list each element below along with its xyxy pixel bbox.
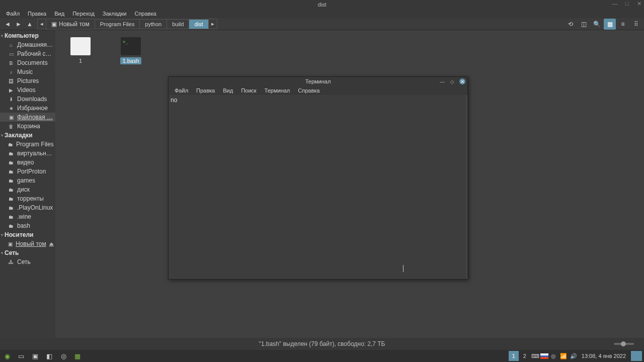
terminal-menu-terminal[interactable]: Терминал [261,87,294,94]
crumb-current[interactable]: dist [189,19,208,29]
file-label: 1 [77,57,84,64]
terminal-output: no [171,97,177,104]
crumb-prev[interactable]: ◂ [37,19,46,29]
show-desktop-button[interactable] [631,351,642,361]
taskbar-app-obs[interactable]: ◎ [56,350,70,362]
folder-icon: 🖿 [8,169,14,174]
sidebar-item-videos[interactable]: ▶Videos [0,85,55,95]
zoom-slider[interactable] [614,343,634,345]
maximize-button[interactable]: □ [624,1,630,7]
crumb-2[interactable]: python [139,19,167,29]
sidebar-item-video[interactable]: 🖿видео [0,158,55,167]
eject-icon[interactable]: ⏏ [49,241,54,246]
sidebar-section-media[interactable]: ▾Носители [0,230,55,239]
script-file-icon [121,37,141,55]
disk-icon: ▣ [8,115,14,120]
terminal-cursor [403,265,404,272]
terminal-menubar: Файл Правка Вид Поиск Терминал Справка [169,86,467,95]
crumb-3[interactable]: build [167,19,189,29]
videos-icon: ▶ [8,87,14,93]
taskbar-app-terminal[interactable]: ▣ [28,350,42,362]
taskbar-app-files[interactable]: ▭ [14,350,28,362]
compact-view-icon[interactable]: ⠿ [630,19,642,30]
terminal-titlebar[interactable]: Терминал — ◇ ✕ [169,77,467,86]
tray-keyboard-icon[interactable]: ⌨ [530,350,540,362]
taskbar-app-pycharm[interactable]: ▦ [70,350,85,362]
sidebar: ▾Компьютер ⌂Домашняя… ▭Рабочий с… 🗎Docum… [0,30,55,338]
terminal-minimize-button[interactable]: — [439,78,445,84]
tray-obs-icon[interactable]: ◎ [548,350,558,362]
restore-icon[interactable]: ⟲ [565,19,577,30]
workspace-1[interactable]: 1 [509,351,519,361]
pictures-icon: 🖼 [8,78,14,84]
grid-view-icon[interactable]: ▦ [604,19,616,30]
sidebar-item-playonlinux[interactable]: 🖿.PlayOnLinux [0,203,55,212]
menu-edit[interactable]: Правка [24,10,50,18]
nav-up-button[interactable]: ▲ [24,19,35,29]
file-item[interactable]: 1 [65,37,96,64]
file-label: 1.bash [120,57,141,64]
sidebar-item-music[interactable]: ♪Music [0,67,55,76]
tray-volume-icon[interactable]: 🔊 [569,350,579,362]
close-button[interactable]: ✕ [636,1,642,7]
sidebar-section-bookmarks[interactable]: ▾Закладки [0,131,55,140]
menu-go[interactable]: Переход [68,10,99,18]
terminal-close-button[interactable]: ✕ [459,78,465,84]
sidebar-item-wine[interactable]: 🖿.wine [0,212,55,221]
taskbar-app-3[interactable]: ◧ [42,350,56,362]
toggle-panel-icon[interactable]: ◫ [578,19,590,30]
list-view-icon[interactable]: ≡ [617,19,629,30]
disk-icon: ▣ [8,241,13,247]
sidebar-item-games[interactable]: 🖿games [0,176,55,185]
taskbar-clock[interactable]: 13:08, 4 янв 2022 [579,353,629,359]
sidebar-item-program-files[interactable]: 🖿Program Files [0,140,55,149]
trash-icon: 🗑 [8,124,14,129]
tray-network-icon[interactable]: 📶 [558,350,569,362]
terminal-window[interactable]: Терминал — ◇ ✕ Файл Правка Вид Поиск Тер… [168,76,468,280]
sidebar-item-disk[interactable]: 🖿диск [0,185,55,194]
sidebar-item-documents[interactable]: 🗎Documents [0,58,55,67]
terminal-menu-edit[interactable]: Правка [192,87,219,94]
drive-icon: ▣ [51,21,57,28]
search-icon[interactable]: 🔍 [591,19,603,30]
sidebar-item-desktop[interactable]: ▭Рабочий с… [0,49,55,58]
sidebar-item-network[interactable]: 🖧Сеть [0,257,55,266]
tray-flag-icon[interactable] [540,353,548,359]
terminal-menu-help[interactable]: Справка [294,87,324,94]
menu-bookmarks[interactable]: Закладки [99,10,131,18]
nav-forward-button[interactable]: ► [13,19,24,29]
sidebar-item-portproton[interactable]: 🖿PortProton [0,167,55,176]
terminal-menu-search[interactable]: Поиск [237,87,260,94]
nav-back-button[interactable]: ◄ [2,19,13,29]
home-icon: ⌂ [8,42,14,48]
sidebar-item-favorites[interactable]: ★Избранное [0,104,55,113]
menu-file[interactable]: Файл [2,10,24,18]
sidebar-item-trash[interactable]: 🗑Корзина [0,122,55,131]
sidebar-item-filesystem[interactable]: ▣Файловая … [0,113,55,122]
workspace-2[interactable]: 2 [520,351,530,361]
start-menu-button[interactable]: ◉ [0,350,14,362]
sidebar-item-volume[interactable]: ▣Новый том⏏ [0,239,55,248]
sidebar-item-torrents[interactable]: 🖿торренты [0,194,55,203]
terminal-maximize-button[interactable]: ◇ [449,78,455,84]
file-item-selected[interactable]: 1.bash [116,37,146,64]
folder-icon: 🖿 [8,205,14,211]
sidebar-section-network[interactable]: ▾Сеть [0,248,55,257]
menu-view[interactable]: Вид [50,10,68,18]
folder-icon: 🖿 [8,196,14,202]
crumb-next[interactable]: ▸ [208,19,217,29]
crumb-1[interactable]: Program Files [95,19,139,29]
terminal-menu-view[interactable]: Вид [219,87,237,94]
download-icon: ⬇ [8,97,14,102]
sidebar-item-home[interactable]: ⌂Домашняя… [0,40,55,49]
terminal-body[interactable]: no [169,95,467,279]
terminal-menu-file[interactable]: Файл [171,87,192,94]
sidebar-item-virtual[interactable]: 🖿виртуальн… [0,149,55,158]
sidebar-item-pictures[interactable]: 🖼Pictures [0,76,55,85]
sidebar-item-downloads[interactable]: ⬇Downloads [0,95,55,104]
crumb-root[interactable]: ▣ Новый том [46,19,95,30]
sidebar-section-computer[interactable]: ▾Компьютер [0,31,55,40]
minimize-button[interactable]: — [612,1,618,7]
menu-help[interactable]: Справка [130,10,160,18]
sidebar-item-bash[interactable]: 🖿bash [0,221,55,230]
